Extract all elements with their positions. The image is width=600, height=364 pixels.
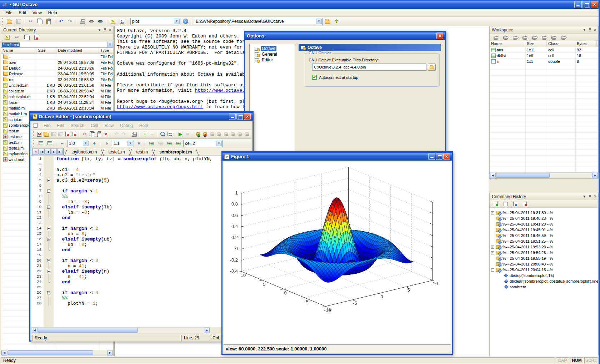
open-file-button[interactable] xyxy=(44,130,49,138)
pin-icon[interactable] xyxy=(103,28,107,32)
scroll-left-icon[interactable]: ◀ xyxy=(490,173,496,178)
close-all-button[interactable] xyxy=(71,130,77,138)
file-row[interactable]: collatz.m1 KB10-03-2011 20:58:47M File xyxy=(1,88,113,94)
cell-prev-button[interactable]: %% xyxy=(165,140,173,147)
close-button[interactable]: × xyxy=(591,1,598,8)
dir-input[interactable]: C:\Octave\3.2.4_gcc-4.4.0\bin xyxy=(312,64,426,71)
fold-marker[interactable] xyxy=(44,290,54,295)
file-row[interactable]: res02-04-2011 16:58:52File Folder xyxy=(1,77,113,82)
zoom-out-button[interactable]: − xyxy=(58,140,66,147)
minimize-button[interactable] xyxy=(574,1,582,8)
fold-marker[interactable] xyxy=(44,178,54,183)
print-button[interactable] xyxy=(79,17,86,25)
history-item[interactable]: %-- 25-04-2011 19:41:20 --% xyxy=(490,221,598,227)
history-command[interactable]: sombrero xyxy=(490,284,598,290)
workspace-row[interactable]: ans1x11cell92 xyxy=(490,47,598,53)
find-button[interactable] xyxy=(160,130,166,138)
menu-view[interactable]: View xyxy=(29,9,45,16)
pin-icon[interactable] xyxy=(588,28,592,32)
delete-entry-button[interactable] xyxy=(521,200,529,208)
save-history-button[interactable] xyxy=(511,200,519,208)
curdir-books-button[interactable] xyxy=(22,33,30,41)
editor-menu-edit[interactable]: Edit xyxy=(54,122,68,129)
editor-code-area[interactable]: 1function [tx, ty, tz] = sombreroplot (l… xyxy=(31,156,251,327)
cut-button[interactable]: ✂ xyxy=(82,130,88,138)
editor-tab-teste1-m[interactable]: teste1.m xyxy=(102,148,130,156)
workspace-column-bytes[interactable]: Bytes xyxy=(575,41,597,47)
chevron-down-icon[interactable]: ▼ xyxy=(98,28,101,32)
options-tree-item-octave[interactable]: Octave xyxy=(250,46,295,51)
editor-menu-search[interactable]: Search xyxy=(68,122,88,129)
history-item[interactable]: +%-- 25-04-2011 19:31:50 --% xyxy=(490,210,598,216)
fold-box-icon[interactable] xyxy=(47,259,50,262)
import-variable-button[interactable] xyxy=(511,33,519,41)
copy-button[interactable] xyxy=(89,130,95,138)
connect-button[interactable] xyxy=(96,17,104,25)
scroll-right-icon[interactable]: ▶ xyxy=(204,328,210,333)
scrollbar-thumb[interactable] xyxy=(496,173,550,178)
file-row[interactable]: Debug24-03-2011 21:13:26File Folder xyxy=(1,65,113,71)
workspace-list[interactable]: ans1x11cell92dirlist1x6cell18ii1x1double… xyxy=(490,47,598,172)
editor-titlebar[interactable]: Octave Editor - [sombreroplot.m] × xyxy=(30,112,252,121)
copy-button[interactable] xyxy=(36,17,44,25)
rename-variable-button[interactable] xyxy=(540,33,548,41)
fold-marker[interactable] xyxy=(44,226,54,231)
debug-step-button[interactable] xyxy=(195,130,201,138)
next-tab-icon[interactable]: ▶ xyxy=(51,149,57,155)
column-header-type[interactable]: Type xyxy=(99,48,113,54)
open-file-button[interactable] xyxy=(5,17,13,25)
editor-tab-sombreroplot-m[interactable]: sombreroplot.m xyxy=(154,148,198,156)
chevron-down-icon[interactable]: ▼ xyxy=(582,28,586,32)
history-item[interactable]: %-- 25-04-2011 19:51:25 --% xyxy=(490,238,598,244)
console-link[interactable]: http://www.octave.org/bugs.html xyxy=(117,104,203,110)
column-header-date-modified[interactable]: Date modified xyxy=(56,48,99,54)
first-tab-icon[interactable]: |◀ xyxy=(39,149,45,155)
history-command[interactable]: dbclear('sombreroplot',dbstatus('sombrer… xyxy=(490,278,598,284)
history-command[interactable]: dbstop('sombreroplot',15) xyxy=(490,273,598,278)
workspace-hscrollbar[interactable]: ◀ ▶ xyxy=(490,172,598,178)
scroll-right-icon[interactable]: ▶ xyxy=(592,173,598,178)
cell-del-button[interactable]: %% xyxy=(156,140,164,147)
scroll-left-icon[interactable]: ◀ xyxy=(32,328,38,333)
close-button[interactable]: × xyxy=(244,113,251,120)
minimize-button[interactable] xyxy=(428,153,435,160)
chevron-down-icon[interactable]: ▼ xyxy=(316,19,322,24)
chevron-down-icon[interactable]: ▼ xyxy=(174,19,180,24)
command-history-header[interactable]: Command History ▼ × xyxy=(490,193,598,200)
scroll-right-icon[interactable]: ▶ xyxy=(107,350,113,355)
history-item[interactable]: %-- 25-04-2011 19:55:19 --% xyxy=(490,256,598,261)
history-item[interactable]: %-- 25-04-2011 19:46:59 --% xyxy=(490,233,598,238)
history-item[interactable]: −%-- 25-04-2011 20:04:15 --% xyxy=(490,267,598,273)
file-list-columns[interactable]: NameSizeDate modifiedType xyxy=(1,48,113,54)
command-combo[interactable]: plot▼ xyxy=(130,18,180,25)
fold-box-icon[interactable] xyxy=(47,189,50,193)
file-row[interactable]: ..File Folder xyxy=(1,54,113,60)
fold-marker[interactable] xyxy=(44,188,54,194)
history-item[interactable]: %-- 25-04-2011 19:40:23 --% xyxy=(490,216,598,221)
paste-button[interactable] xyxy=(96,130,101,138)
pin-icon[interactable] xyxy=(588,194,592,198)
close-button[interactable]: × xyxy=(436,32,443,39)
prev-tab-icon[interactable]: ◀ xyxy=(45,149,51,155)
expand-icon[interactable]: + xyxy=(491,211,494,214)
chevron-down-icon[interactable]: ▼ xyxy=(107,42,113,47)
scrollbar-thumb[interactable] xyxy=(8,350,93,355)
duplicate-variable-button[interactable] xyxy=(530,33,538,41)
file-list-hscrollbar[interactable]: ◀ ▶ xyxy=(1,350,113,356)
fold-box-icon[interactable] xyxy=(47,238,50,241)
fold-marker[interactable] xyxy=(44,237,54,242)
debug-stop-button[interactable] xyxy=(202,130,208,138)
history-item[interactable]: %-- 25-04-2011 20:00:43 --% xyxy=(490,261,598,267)
refresh-workspace-button[interactable] xyxy=(559,33,567,41)
curdir-export-button[interactable]: ↩ xyxy=(13,33,21,41)
figure-plot[interactable] xyxy=(224,162,453,344)
path-combo[interactable]: E:\SVNRepository\Pessoal\Octave\GUIOctav… xyxy=(194,18,322,25)
file-row[interactable]: collatzplot.m1 KB07-04-2011 22:52:04M Fi… xyxy=(1,94,113,100)
editor-tab-toyfunction-m[interactable]: toyfunction.m xyxy=(66,148,102,156)
workspace-column-class[interactable]: Class xyxy=(547,41,575,47)
load-workspace-button[interactable] xyxy=(492,33,500,41)
cell-next-button[interactable]: %% xyxy=(174,140,182,147)
fold-box-icon[interactable] xyxy=(47,291,50,294)
fold-marker[interactable] xyxy=(44,204,54,210)
fold-marker[interactable] xyxy=(44,269,54,274)
